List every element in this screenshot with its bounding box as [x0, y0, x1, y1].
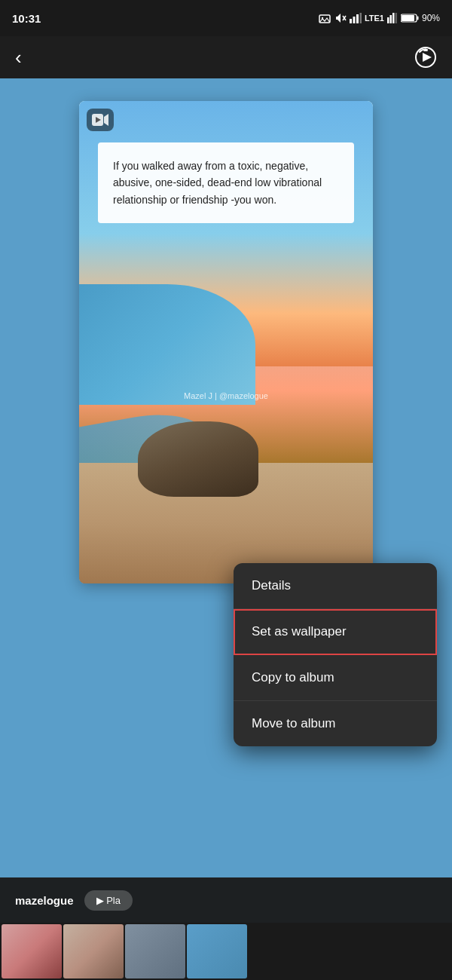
battery-icon	[401, 14, 419, 23]
context-menu: Details Set as wallpaper Copy to album M…	[234, 563, 437, 746]
menu-item-set-wallpaper[interactable]: Set as wallpaper	[234, 609, 437, 655]
svg-rect-11	[395, 13, 397, 23]
post-card: If you walked away from a toxic, negativ…	[79, 101, 373, 583]
quote-overlay: If you walked away from a toxic, negativ…	[98, 142, 354, 223]
post-author: mazelogue	[15, 894, 74, 907]
battery-percent: 90%	[422, 13, 440, 23]
svg-rect-14	[417, 17, 418, 20]
video-badge-icon	[92, 114, 108, 126]
play-label: ▶ Pla	[96, 895, 121, 906]
svg-rect-5	[353, 17, 355, 23]
thumbnail-4[interactable]	[187, 924, 247, 978]
svg-rect-8	[387, 17, 389, 23]
watermark: Mazel J | @mazelogue	[184, 391, 268, 400]
play-button[interactable]: ▶ Pla	[84, 890, 133, 911]
menu-item-details[interactable]: Details	[234, 563, 437, 609]
main-content: If you walked away from a toxic, negativ…	[0, 78, 452, 877]
thumbnail-2[interactable]	[63, 924, 124, 978]
post-info-row: mazelogue ▶ Pla	[0, 877, 452, 923]
beach-rock	[138, 421, 258, 497]
back-button[interactable]: ‹	[15, 46, 22, 69]
svg-rect-9	[389, 15, 392, 23]
status-icons: LTE1 90%	[318, 11, 440, 25]
lte-label: LTE1	[365, 14, 384, 23]
menu-item-move-album[interactable]: Move to album	[234, 701, 437, 746]
thumbnail-strip	[0, 923, 452, 980]
gallery-icon	[318, 11, 331, 25]
thumbnail-3[interactable]	[125, 924, 185, 978]
signal-icon	[350, 13, 362, 23]
beach-water	[79, 284, 255, 405]
svg-rect-4	[350, 19, 352, 23]
svg-rect-7	[359, 13, 362, 23]
svg-rect-10	[392, 13, 395, 23]
quote-text: If you walked away from a toxic, negativ…	[113, 158, 339, 208]
post-image: If you walked away from a toxic, negativ…	[79, 101, 373, 583]
svg-marker-19	[104, 114, 108, 126]
status-bar: 10:31 LTE1	[0, 0, 452, 36]
menu-item-copy-album[interactable]: Copy to album	[234, 655, 437, 701]
bars-icon	[387, 13, 398, 23]
status-time: 10:31	[12, 12, 41, 25]
play-circle-icon[interactable]	[414, 46, 437, 69]
svg-marker-16	[423, 53, 432, 62]
svg-rect-13	[402, 15, 414, 21]
video-badge	[87, 109, 114, 131]
svg-rect-6	[356, 14, 359, 23]
mute-icon	[334, 12, 347, 24]
nav-bar: ‹	[0, 36, 452, 78]
thumbnail-1[interactable]	[2, 924, 62, 978]
